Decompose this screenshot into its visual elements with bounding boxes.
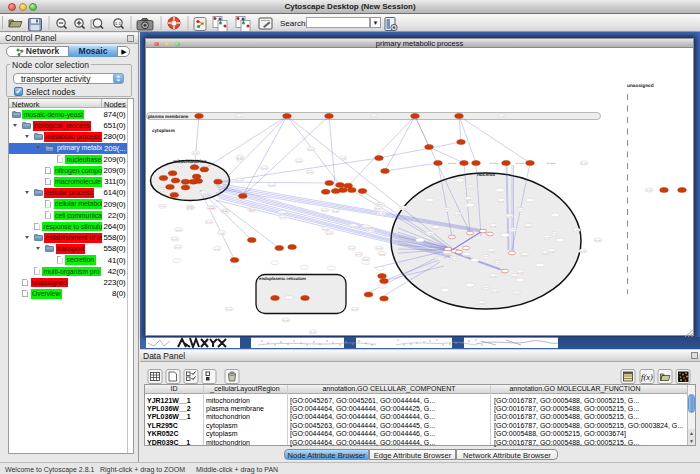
svg-text:(x xx): (x xx) xyxy=(494,261,500,264)
svg-text:(x xx): (x xx) xyxy=(327,232,333,235)
svg-text:(x xx): (x xx) xyxy=(506,215,512,218)
svg-text:(x xx): (x xx) xyxy=(489,250,495,253)
svg-text:(x xx): (x xx) xyxy=(352,308,358,311)
svg-text:(x xx): (x xx) xyxy=(214,248,220,251)
svg-text:(x xx): (x xx) xyxy=(581,162,587,165)
svg-text:(x xx): (x xx) xyxy=(187,207,193,210)
svg-text:(x xx): (x xx) xyxy=(322,209,328,212)
svg-text:(x xx): (x xx) xyxy=(237,156,243,159)
svg-text:(x xx): (x xx) xyxy=(544,236,550,239)
svg-text:(x xx): (x xx) xyxy=(521,254,527,257)
svg-text:(x xx): (x xx) xyxy=(279,212,285,215)
svg-text:(x xx): (x xx) xyxy=(646,189,652,192)
svg-text:(x xx): (x xx) xyxy=(340,157,346,160)
svg-text:(x xx): (x xx) xyxy=(375,207,381,210)
svg-text:(x xx): (x xx) xyxy=(518,208,524,211)
svg-text:(x xx): (x xx) xyxy=(491,225,497,228)
svg-text:plasma membrane: plasma membrane xyxy=(148,114,189,119)
svg-text:f(x): f(x) xyxy=(641,372,653,382)
svg-text:xx xxxx: xx xxxx xyxy=(448,162,457,165)
svg-text:(x xx): (x xx) xyxy=(444,252,450,255)
svg-text:1:1: 1:1 xyxy=(115,21,122,26)
svg-text:(x xx): (x xx) xyxy=(498,200,504,203)
svg-text:xx xxxx: xx xxxx xyxy=(547,162,556,165)
svg-text:(x xx): (x xx) xyxy=(261,167,267,170)
svg-text:(x xx): (x xx) xyxy=(483,286,489,289)
svg-text:(x xx): (x xx) xyxy=(491,275,497,278)
svg-text:(x xx): (x xx) xyxy=(514,292,520,295)
svg-text:(x xx): (x xx) xyxy=(454,213,460,216)
svg-text:(x xx): (x xx) xyxy=(310,331,316,334)
svg-text:(x xx): (x xx) xyxy=(548,250,554,253)
svg-text:(x xx): (x xx) xyxy=(376,247,382,250)
svg-text:mitochondrion: mitochondrion xyxy=(173,159,207,165)
svg-text:(x xx): (x xx) xyxy=(222,210,228,213)
svg-text:(x xx): (x xx) xyxy=(172,238,178,241)
svg-text:(x xx): (x xx) xyxy=(467,186,473,189)
svg-text:(x xx): (x xx) xyxy=(237,179,243,182)
svg-text:(x xx): (x xx) xyxy=(464,254,470,257)
svg-text:(x xx): (x xx) xyxy=(363,226,369,229)
svg-text:(x xx): (x xx) xyxy=(323,228,329,231)
svg-text:(x xx): (x xx) xyxy=(525,225,531,228)
svg-text:(x xx): (x xx) xyxy=(208,207,214,210)
svg-text:(x xx): (x xx) xyxy=(175,246,181,249)
svg-text:(x xx): (x xx) xyxy=(483,255,489,258)
svg-text:xx xxxx: xx xxxx xyxy=(516,162,525,165)
svg-text:(x xx): (x xx) xyxy=(377,203,383,206)
svg-text:(x xx): (x xx) xyxy=(201,192,207,195)
svg-text:(x xx): (x xx) xyxy=(595,239,601,242)
svg-text:(x xx): (x xx) xyxy=(308,148,314,151)
svg-text:(x xx): (x xx) xyxy=(512,275,518,278)
svg-text:nucleus: nucleus xyxy=(477,172,495,178)
svg-text:(x xx): (x xx) xyxy=(351,225,357,228)
svg-text:(x xx): (x xx) xyxy=(518,271,524,274)
svg-text:(x xx): (x xx) xyxy=(237,115,243,118)
svg-text:(x xx): (x xx) xyxy=(283,319,289,322)
svg-text:(x xx): (x xx) xyxy=(219,232,225,235)
svg-text:(x xx): (x xx) xyxy=(269,184,275,187)
svg-text:(x xx): (x xx) xyxy=(401,207,407,210)
svg-text:cytoplasm: cytoplasm xyxy=(152,128,175,133)
svg-text:(x xx): (x xx) xyxy=(226,308,232,311)
svg-text:(x xx): (x xx) xyxy=(177,165,183,168)
svg-text:(x xx): (x xx) xyxy=(552,232,558,235)
svg-text:(x xx): (x xx) xyxy=(371,115,377,118)
svg-text:(x xx): (x xx) xyxy=(280,216,286,219)
svg-text:unassigned: unassigned xyxy=(627,83,654,89)
svg-text:(x xx): (x xx) xyxy=(499,115,505,118)
svg-text:(x xx): (x xx) xyxy=(378,212,384,215)
svg-text:(x xx): (x xx) xyxy=(296,160,302,163)
svg-text:(x xx): (x xx) xyxy=(433,227,439,230)
svg-text:(x xx): (x xx) xyxy=(379,253,385,256)
svg-text:(x xx): (x xx) xyxy=(573,229,579,232)
svg-text:(x xx): (x xx) xyxy=(580,250,586,253)
svg-text:(x xx): (x xx) xyxy=(349,247,355,250)
svg-text:(x xx): (x xx) xyxy=(444,208,450,211)
svg-text:(x xx): (x xx) xyxy=(193,152,199,155)
svg-text:xx xxxx: xx xxxx xyxy=(490,162,499,165)
svg-text:endoplasmic reticulum: endoplasmic reticulum xyxy=(259,276,306,281)
svg-text:(x xx): (x xx) xyxy=(492,290,498,293)
svg-text:(x xx): (x xx) xyxy=(427,232,433,235)
svg-text:(x xx): (x xx) xyxy=(437,257,443,260)
svg-text:(x xx): (x xx) xyxy=(368,229,374,232)
svg-text:(x xx): (x xx) xyxy=(176,229,182,232)
svg-text:(x xx): (x xx) xyxy=(466,198,472,201)
svg-text:(x xx): (x xx) xyxy=(510,228,516,231)
svg-text:(x xx): (x xx) xyxy=(159,205,165,208)
svg-text:(x xx): (x xx) xyxy=(333,210,339,213)
svg-text:(x xx): (x xx) xyxy=(206,221,212,224)
svg-text:(x xx): (x xx) xyxy=(307,171,313,174)
svg-text:(x xx): (x xx) xyxy=(251,208,257,211)
svg-text:(x xx): (x xx) xyxy=(479,302,485,305)
svg-text:(x xx): (x xx) xyxy=(452,257,458,260)
svg-text:(x xx): (x xx) xyxy=(356,253,362,256)
svg-text:(x xx): (x xx) xyxy=(160,188,166,191)
